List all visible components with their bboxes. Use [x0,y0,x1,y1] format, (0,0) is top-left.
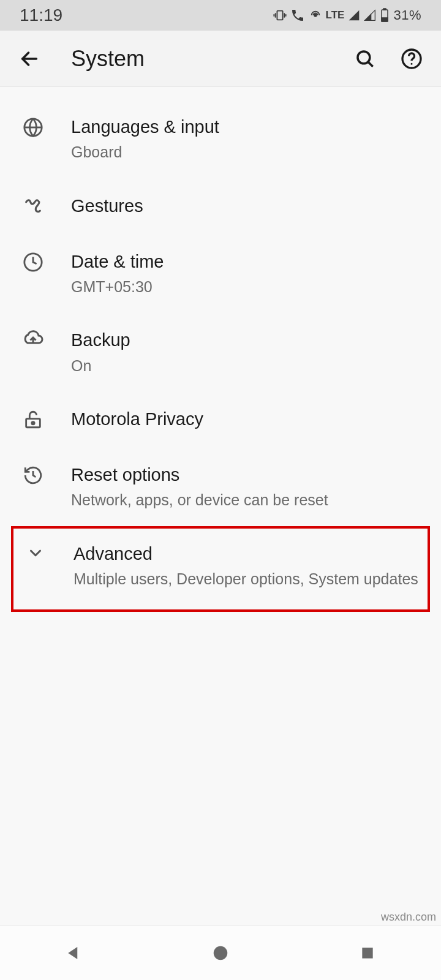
vibrate-icon [273,9,287,22]
signal-icon-2 [364,9,376,21]
item-title: Motorola Privacy [71,407,424,431]
gesture-icon [17,194,49,217]
list-item-advanced[interactable]: Advanced Multiple users, Developer optio… [11,526,430,612]
clock-icon [17,250,49,273]
battery-percent: 31% [393,7,421,23]
item-title: Languages & input [71,115,424,139]
list-item-privacy[interactable]: Motorola Privacy [0,391,441,447]
nav-back-button[interactable] [43,935,104,971]
back-button[interactable] [17,47,42,71]
item-subtitle: On [71,356,424,376]
navigation-bar [0,925,441,980]
app-bar: System [0,31,441,87]
help-button[interactable] [399,47,424,71]
globe-icon [17,115,49,138]
hotspot-icon [309,9,322,22]
list-item-reset[interactable]: Reset options Network, apps, or device c… [0,447,441,526]
item-subtitle: Gboard [71,142,424,162]
svg-rect-0 [277,11,282,20]
item-title: Gestures [71,194,424,218]
list-item-backup[interactable]: Backup On [0,312,441,391]
battery-icon [380,8,390,23]
status-time: 11:19 [20,6,62,25]
status-icons-right: LTE 31% [273,7,421,23]
svg-point-13 [411,62,413,64]
status-bar: 11:19 LTE 31% [0,0,441,31]
nav-recents-button[interactable] [337,935,398,971]
list-item-gestures[interactable]: Gestures [0,178,441,234]
nav-home-button[interactable] [190,935,251,971]
volte-icon [290,8,305,23]
svg-rect-7 [383,9,386,10]
item-title: Reset options [71,463,424,487]
item-title: Backup [71,328,424,352]
list-item-date-time[interactable]: Date & time GMT+05:30 [0,234,441,313]
svg-point-19 [32,422,34,424]
chevron-down-icon [20,542,51,562]
svg-point-20 [214,946,228,960]
item-subtitle: GMT+05:30 [71,277,424,297]
svg-rect-8 [382,18,388,21]
list-item-languages[interactable]: Languages & input Gboard [0,99,441,178]
svg-point-5 [314,14,317,17]
item-subtitle: Multiple users, Developer options, Syste… [74,569,421,589]
item-title: Advanced [74,542,421,566]
settings-list: Languages & input Gboard Gestures Date &… [0,87,441,612]
item-subtitle: Network, apps, or device can be reset [71,490,424,510]
svg-line-11 [368,62,372,66]
cloud-upload-icon [17,328,49,349]
restore-icon [17,463,49,486]
unlock-icon [17,407,49,430]
lte-label: LTE [326,9,345,21]
item-title: Date & time [71,250,424,274]
svg-rect-21 [362,948,372,958]
watermark: wsxdn.com [381,911,436,924]
search-button[interactable] [353,47,377,71]
signal-icon-1 [348,9,360,21]
svg-point-10 [358,51,370,63]
page-title: System [71,46,353,72]
